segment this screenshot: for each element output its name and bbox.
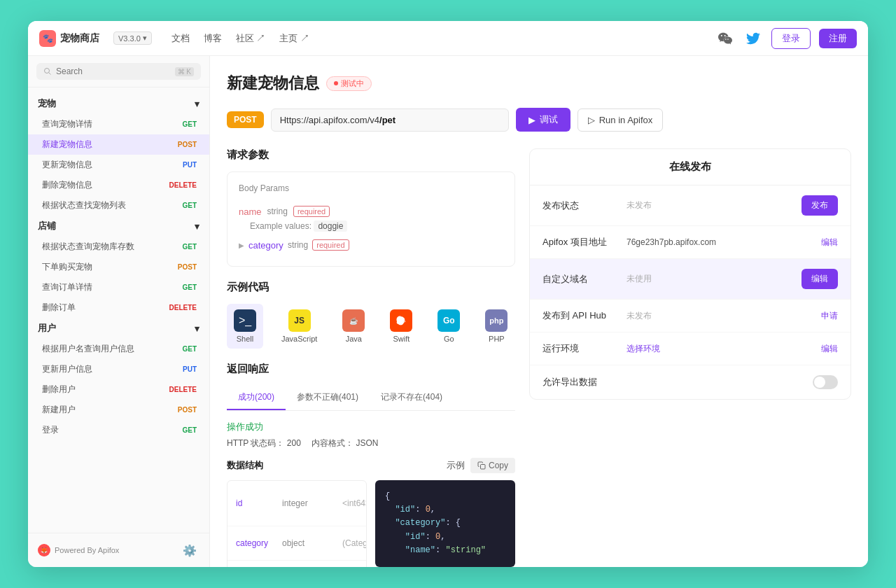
json-line: "id": 0, — [385, 503, 505, 517]
code-tab-php-label: PHP — [489, 335, 505, 343]
publish-row-hub: 发布到 API Hub 未发布 申请 — [530, 300, 850, 332]
code-tabs: >_ Shell JS JavaScript ☕ Java — [227, 304, 515, 349]
nav-link-community[interactable]: 社区 ↗ — [236, 32, 266, 45]
sidebar-content: 宠物 ▾ 查询宠物详情 GET 新建宠物信息 POST 更新宠物信息 PUT 删… — [28, 88, 209, 533]
sidebar-item-query-pet[interactable]: 查询宠物详情 GET — [28, 114, 209, 134]
json-line: "name": "string" — [385, 544, 505, 557]
sidebar-item-buy-pet[interactable]: 下单购买宠物 POST — [28, 257, 209, 277]
sidebar-item-order-detail[interactable]: 查询订单详情 GET — [28, 277, 209, 298]
response-success-label: 操作成功 — [227, 421, 515, 433]
param-cat-name: category — [248, 240, 284, 251]
sidebar-item-query-user[interactable]: 根据用户名查询用户信息 GET — [28, 339, 209, 359]
sidebar-item-delete-order[interactable]: 删除订单 DELETE — [28, 298, 209, 318]
param-cat-required: required — [312, 239, 349, 251]
status-dot — [334, 81, 338, 85]
params-section: Body Params name string required Example… — [227, 172, 515, 267]
sidebar-section-user[interactable]: 用户 ▾ — [28, 318, 209, 339]
sidebar-item-list-pet[interactable]: 根据状态查找宠物列表 GET — [28, 195, 209, 216]
response-tabs: 成功(200) 参数不正确(401) 记录不存在(404) — [227, 386, 515, 411]
ds-title: 数据结构 — [227, 459, 263, 472]
status-badge: 测试中 — [326, 76, 372, 91]
param-name-name: name — [239, 206, 262, 217]
nav-right: 登录 注册 — [715, 28, 857, 49]
sidebar: ⌘ K 宠物 ▾ 查询宠物详情 GET 新建宠物信息 POST 更新宠 — [28, 56, 210, 567]
wechat-icon[interactable] — [715, 29, 735, 48]
example-title: 示例 — [447, 459, 465, 472]
export-toggle[interactable] — [813, 375, 838, 389]
ds-table: id integer <int64> 宠物ID 可选 category — [227, 480, 367, 567]
version-badge[interactable]: V3.3.0 ▾ — [113, 31, 152, 45]
nav-brand: 🐾 宠物商店 — [39, 30, 99, 47]
resp-tab-404[interactable]: 记录不存在(404) — [370, 386, 454, 410]
response-title: 返回响应 — [227, 363, 515, 376]
sidebar-footer: 🦊 Powered By Apifox ⚙️ — [28, 533, 209, 567]
run-button[interactable]: ▷ Run in Apifox — [578, 108, 664, 132]
settings-icon[interactable]: ⚙️ — [180, 540, 200, 560]
go-icon: Go — [438, 309, 460, 332]
sidebar-section-pet[interactable]: 宠物 ▾ — [28, 93, 209, 114]
right-panel: 在线发布 发布状态 未发布 发布 Apifox 项目地址 76ge23h7pb.… — [529, 148, 851, 567]
shell-icon: >_ — [234, 309, 256, 332]
nav-link-docs[interactable]: 文档 — [172, 32, 190, 45]
nav-link-blog[interactable]: 博客 — [204, 32, 222, 45]
search-box[interactable]: ⌘ K — [36, 63, 201, 80]
test-button[interactable]: ▶ 调试 — [516, 108, 570, 132]
publish-row-domain: 自定义域名 未使用 编辑 — [530, 259, 850, 300]
table-row: id integer <int64> 宠物ID 可选 — [227, 481, 366, 526]
json-line: { — [385, 490, 505, 503]
edit-domain-button[interactable]: 编辑 — [802, 269, 838, 289]
sidebar-item-update-user[interactable]: 更新用户信息 PUT — [28, 359, 209, 379]
swift-icon — [390, 309, 412, 332]
publish-button[interactable]: 发布 — [802, 195, 838, 216]
search-input[interactable] — [56, 66, 175, 76]
sidebar-item-stock[interactable]: 根据状态查询宠物库存数 GET — [28, 237, 209, 257]
sidebar-item-new-user[interactable]: 新建用户 POST — [28, 400, 209, 420]
search-shortcut: ⌘ K — [175, 67, 194, 76]
brand-name: 宠物商店 — [60, 32, 99, 45]
top-nav: 🐾 宠物商店 V3.3.0 ▾ 文档 博客 社区 ↗ 主页 ↗ 登录 注册 — [28, 21, 868, 56]
code-tab-java[interactable]: ☕ Java — [335, 304, 372, 349]
resp-tab-200[interactable]: 成功(200) — [227, 386, 286, 410]
edit-env-button[interactable]: 编辑 — [821, 343, 838, 355]
nav-links: 文档 博客 社区 ↗ 主页 ↗ — [172, 32, 309, 45]
main-col: 请求参数 Body Params name string required Ex… — [227, 148, 515, 567]
code-tab-js-label: JavaScript — [281, 335, 317, 343]
json-line: "category": { — [385, 517, 505, 530]
login-button[interactable]: 登录 — [771, 28, 811, 49]
request-params-title: 请求参数 — [227, 148, 515, 162]
publish-row-env: 运行环境 选择环境 编辑 — [530, 332, 850, 365]
register-button[interactable]: 注册 — [819, 29, 857, 48]
sidebar-item-new-pet[interactable]: 新建宠物信息 POST — [28, 134, 209, 155]
param-example-val: doggie — [314, 220, 347, 232]
sidebar-item-delete-user[interactable]: 删除用户 DELETE — [28, 379, 209, 400]
sidebar-item-update-pet[interactable]: 更新宠物信息 PUT — [28, 155, 209, 175]
resp-tab-401[interactable]: 参数不正确(401) — [286, 386, 370, 410]
sidebar-item-delete-pet[interactable]: 删除宠物信息 DELETE — [28, 175, 209, 195]
ds-header: 数据结构 示例 Copy — [227, 458, 515, 473]
param-example-row: Example values: doggie — [239, 221, 503, 231]
code-examples-title: 示例代码 — [227, 281, 515, 294]
code-tab-swift[interactable]: Swift — [383, 304, 419, 349]
page-title-row: 新建宠物信息 测试中 — [227, 73, 851, 94]
nav-link-home[interactable]: 主页 ↗ — [279, 32, 309, 45]
edit-url-button[interactable]: 编辑 — [821, 237, 838, 248]
copy-button[interactable]: Copy — [470, 458, 515, 473]
code-tab-go[interactable]: Go Go — [430, 304, 467, 349]
code-tab-javascript[interactable]: JS JavaScript — [274, 304, 324, 349]
chevron-right-icon: ▶ — [239, 241, 244, 249]
status-text: 测试中 — [341, 78, 364, 89]
response-meta: HTTP 状态码： 200 内容格式： JSON — [227, 438, 515, 449]
code-tab-php[interactable]: php PHP — [478, 304, 514, 349]
powered-by: 🦊 Powered By Apifox — [38, 544, 119, 556]
sidebar-item-login[interactable]: 登录 GET — [28, 420, 209, 440]
main-content: 新建宠物信息 测试中 POST Https://api.apifox.com/v… — [210, 56, 868, 567]
sidebar-section-shop[interactable]: 店铺 ▾ — [28, 216, 209, 237]
code-tab-shell[interactable]: >_ Shell — [227, 304, 263, 349]
publish-row-status: 发布状态 未发布 发布 — [530, 186, 850, 226]
brand-icon: 🐾 — [39, 30, 56, 47]
param-row-name: name string required — [239, 202, 503, 221]
param-cat-type: string — [288, 240, 308, 250]
twitter-icon[interactable] — [743, 29, 763, 48]
code-tab-swift-label: Swift — [393, 335, 410, 343]
apply-hub-button[interactable]: 申请 — [821, 310, 838, 322]
